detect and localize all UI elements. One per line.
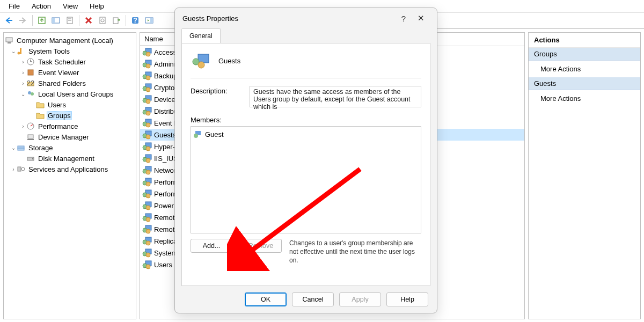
- show-hide-tree-button[interactable]: [50, 14, 62, 26]
- svg-text:22: 22: [27, 79, 34, 87]
- tree-task-scheduler[interactable]: › Task Scheduler: [5, 56, 135, 67]
- services-icon: [17, 165, 25, 173]
- help-toolbar-button[interactable]: ?: [129, 14, 141, 26]
- svg-point-46: [146, 76, 150, 80]
- svg-point-20: [18, 52, 20, 55]
- member-row[interactable]: Guest: [193, 129, 419, 140]
- group-icon: [142, 165, 152, 175]
- expand-icon[interactable]: ›: [20, 123, 26, 129]
- delete-button[interactable]: [83, 14, 94, 26]
- tree-storage[interactable]: ⌄ Storage: [5, 142, 135, 153]
- tree-device-manager[interactable]: Device Manager: [5, 131, 135, 142]
- add-button[interactable]: Add...: [191, 239, 232, 253]
- tree-services-apps[interactable]: › Services and Applications: [5, 164, 135, 174]
- actions-more-groups[interactable]: More Actions: [529, 61, 640, 77]
- svg-point-91: [146, 253, 150, 257]
- group-icon: [142, 260, 152, 269]
- properties-dialog: Guests Properties ? ✕ General Guests Des…: [174, 8, 437, 313]
- ok-button[interactable]: OK: [245, 292, 287, 306]
- refresh-button[interactable]: [97, 14, 108, 26]
- close-icon[interactable]: ✕: [412, 11, 429, 26]
- actions-pane: Actions Groups More Actions Guests More …: [528, 32, 641, 319]
- svg-rect-30: [28, 135, 33, 138]
- description-label: Description:: [191, 86, 239, 107]
- group-icon: [142, 83, 152, 92]
- group-icon: [142, 59, 152, 69]
- group-name: Access: [154, 48, 177, 56]
- cancel-button[interactable]: Cancel: [292, 292, 334, 306]
- svg-point-73: [146, 182, 150, 186]
- svg-rect-17: [6, 38, 12, 42]
- collapse-icon[interactable]: ⌄: [10, 48, 17, 54]
- group-name: Admini: [154, 60, 175, 68]
- tree-disk-management[interactable]: Disk Management: [5, 153, 135, 164]
- group-name: Guests: [154, 131, 176, 139]
- collapse-icon[interactable]: ⌄: [20, 91, 26, 97]
- svg-point-49: [146, 87, 150, 92]
- forward-button[interactable]: [17, 14, 29, 26]
- group-name: Crypto: [154, 84, 174, 92]
- svg-rect-12: [113, 18, 118, 24]
- apply-button[interactable]: Apply: [339, 292, 381, 306]
- navigation-tree[interactable]: Computer Management (Local) ⌄ System Too…: [3, 32, 136, 319]
- folder-icon: [36, 100, 45, 109]
- group-name: Perforn: [154, 190, 177, 198]
- menu-action[interactable]: Action: [26, 1, 56, 11]
- group-icon: [142, 224, 152, 234]
- tree-root[interactable]: Computer Management (Local): [5, 35, 135, 46]
- performance-icon: [26, 122, 35, 130]
- properties-toolbar-button[interactable]: [64, 14, 76, 26]
- group-large-icon: [191, 51, 210, 70]
- tree-shared-folders[interactable]: › 22 Shared Folders: [5, 78, 135, 89]
- tree-performance[interactable]: › Performance: [5, 121, 135, 131]
- disk-icon: [26, 154, 35, 163]
- svg-rect-31: [27, 139, 34, 140]
- back-button[interactable]: [3, 14, 15, 26]
- tree-system-tools[interactable]: ⌄ System Tools: [5, 46, 135, 56]
- tab-general[interactable]: General: [181, 28, 221, 43]
- svg-point-70: [146, 170, 150, 174]
- svg-point-52: [146, 99, 150, 104]
- remove-button[interactable]: Remove: [240, 239, 282, 253]
- menu-view[interactable]: View: [57, 1, 83, 11]
- help-button[interactable]: Help: [386, 292, 428, 306]
- collapse-icon[interactable]: ⌄: [10, 145, 17, 151]
- help-icon[interactable]: ?: [395, 11, 412, 26]
- group-icon: [142, 213, 152, 222]
- tree-event-viewer[interactable]: › Event Viewer: [5, 67, 135, 78]
- dialog-titlebar[interactable]: Guests Properties ? ✕: [175, 8, 437, 28]
- svg-point-40: [146, 52, 150, 56]
- toolbar-separator: [126, 15, 126, 26]
- group-icon: [142, 201, 152, 210]
- svg-text:?: ?: [133, 16, 137, 24]
- group-name: Networ: [154, 166, 176, 174]
- menu-file[interactable]: File: [3, 1, 25, 11]
- tree-users-folder[interactable]: Users: [5, 99, 135, 110]
- description-field[interactable]: Guests have the same access as members o…: [250, 86, 421, 107]
- expand-icon[interactable]: ›: [20, 80, 26, 86]
- tree-local-users-groups[interactable]: ⌄ Local Users and Groups: [5, 89, 135, 99]
- action-pane-button[interactable]: [143, 14, 155, 26]
- svg-rect-24: [28, 70, 33, 75]
- expand-icon[interactable]: ›: [20, 70, 26, 76]
- svg-point-55: [146, 111, 150, 115]
- svg-point-58: [146, 123, 150, 127]
- export-button[interactable]: [111, 14, 122, 26]
- members-list[interactable]: Guest: [191, 126, 421, 233]
- tools-icon: [17, 47, 25, 55]
- tree-groups-folder[interactable]: Groups: [5, 110, 135, 121]
- expand-icon[interactable]: ›: [20, 59, 26, 65]
- svg-point-88: [146, 241, 150, 245]
- folder-icon: [36, 111, 45, 120]
- expand-icon[interactable]: ›: [10, 166, 17, 172]
- group-name: Users: [154, 261, 172, 269]
- svg-point-43: [146, 64, 150, 68]
- members-label: Members:: [191, 115, 239, 124]
- up-button[interactable]: [36, 14, 48, 26]
- actions-more-guests[interactable]: More Actions: [529, 90, 640, 107]
- svg-rect-18: [8, 42, 11, 43]
- svg-point-97: [198, 62, 204, 68]
- svg-point-37: [21, 167, 25, 171]
- svg-point-79: [146, 206, 150, 210]
- menu-help[interactable]: Help: [84, 1, 109, 11]
